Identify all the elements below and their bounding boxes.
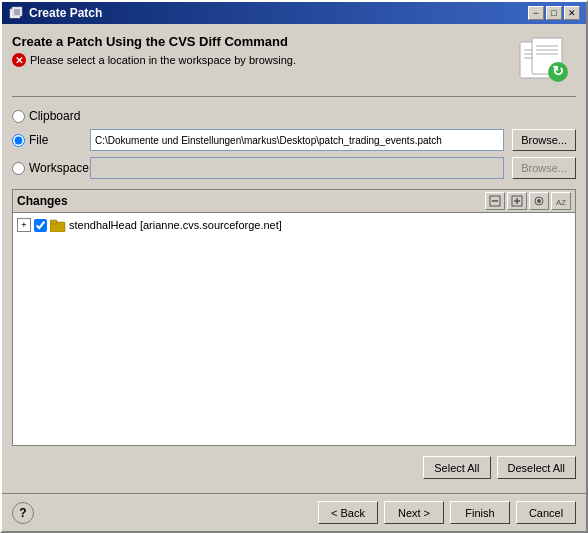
svg-rect-24 — [50, 220, 57, 224]
clipboard-row: Clipboard — [12, 109, 576, 123]
folder-icon — [50, 218, 66, 232]
select-all-button[interactable]: Select All — [423, 456, 490, 479]
workspace-input[interactable] — [90, 157, 504, 179]
changes-header: Changes AZ — [13, 190, 575, 213]
window-icon — [8, 5, 24, 21]
workspace-browse-button[interactable]: Browse... — [512, 157, 576, 179]
options-section: Clipboard File Browse... Workspace Br — [12, 105, 576, 183]
workspace-label[interactable]: Workspace — [12, 161, 82, 175]
header-image: ↻ — [512, 34, 576, 86]
file-input[interactable] — [90, 129, 504, 151]
finish-button[interactable]: Finish — [450, 501, 510, 524]
header-section: Create a Patch Using the CVS Diff Comman… — [12, 34, 576, 86]
clipboard-radio[interactable] — [12, 110, 25, 123]
title-text: Create Patch — [29, 6, 102, 20]
maximize-button[interactable]: □ — [546, 6, 562, 20]
next-button[interactable]: Next > — [384, 501, 444, 524]
collapse-all-button[interactable] — [485, 192, 505, 210]
minimize-button[interactable]: − — [528, 6, 544, 20]
clipboard-label[interactable]: Clipboard — [12, 109, 82, 123]
header-warning: ✕ Please select a location in the worksp… — [12, 53, 512, 67]
tree-checkbox[interactable] — [34, 219, 47, 232]
header-text-area: Create a Patch Using the CVS Diff Comman… — [12, 34, 512, 67]
footer-left: ? — [12, 502, 34, 524]
patch-icon: ↻ — [516, 36, 572, 84]
file-row: File Browse... — [12, 129, 576, 151]
error-icon: ✕ — [12, 53, 26, 67]
footer-nav: < Back Next > Finish Cancel — [318, 501, 576, 524]
file-radio[interactable] — [12, 134, 25, 147]
tree-item-text: stendhalHead [arianne.cvs.sourceforge.ne… — [69, 219, 282, 231]
deselect-all-button[interactable]: Deselect All — [497, 456, 576, 479]
header-divider — [12, 96, 576, 97]
workspace-radio[interactable] — [12, 162, 25, 175]
changes-toolbar: AZ — [485, 192, 571, 210]
window-controls: − □ ✕ — [528, 6, 580, 20]
main-window: Create Patch − □ ✕ Create a Patch Using … — [0, 0, 588, 533]
help-button[interactable]: ? — [12, 502, 34, 524]
expand-button[interactable]: + — [17, 218, 31, 232]
footer: ? < Back Next > Finish Cancel — [2, 493, 586, 531]
svg-point-21 — [537, 199, 541, 203]
warning-text: Please select a location in the workspac… — [30, 54, 296, 66]
bottom-buttons-row: Select All Deselect All — [12, 452, 576, 483]
title-bar: Create Patch − □ ✕ — [2, 2, 586, 24]
svg-text:AZ: AZ — [556, 198, 566, 207]
workspace-row: Workspace Browse... — [12, 157, 576, 179]
content-area: Create a Patch Using the CVS Diff Comman… — [2, 24, 586, 493]
back-button[interactable]: < Back — [318, 501, 378, 524]
changes-tree: + stendhalHead [arianne.cvs.sourceforge.… — [13, 213, 575, 445]
changes-section: Changes AZ — [12, 189, 576, 446]
cancel-button[interactable]: Cancel — [516, 501, 576, 524]
file-label[interactable]: File — [12, 133, 82, 147]
filter-button[interactable] — [529, 192, 549, 210]
tree-item: + stendhalHead [arianne.cvs.sourceforge.… — [17, 217, 571, 233]
close-button[interactable]: ✕ — [564, 6, 580, 20]
header-title: Create a Patch Using the CVS Diff Comman… — [12, 34, 512, 49]
svg-text:↻: ↻ — [552, 63, 564, 79]
sort-button[interactable]: AZ — [551, 192, 571, 210]
changes-label: Changes — [17, 194, 68, 208]
file-browse-button[interactable]: Browse... — [512, 129, 576, 151]
expand-all-button[interactable] — [507, 192, 527, 210]
